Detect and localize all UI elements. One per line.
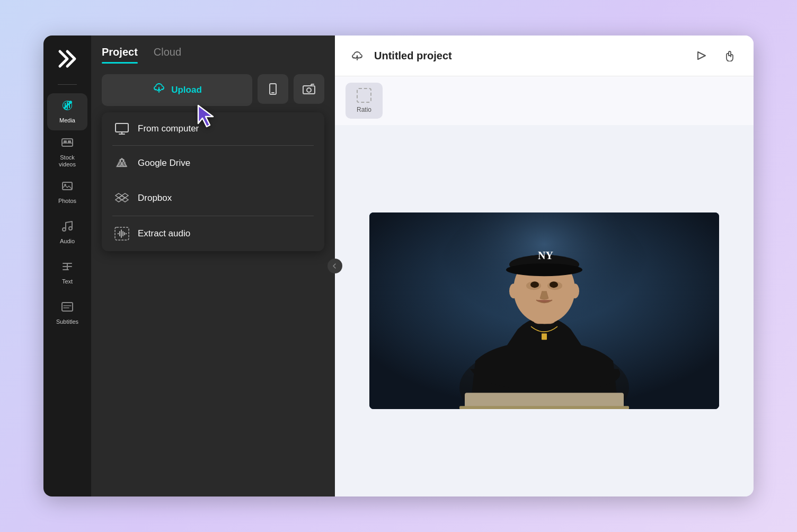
sidebar-photos-label: Photos <box>58 198 76 205</box>
google-drive-icon <box>114 156 129 170</box>
sidebar-divider <box>58 84 77 85</box>
upload-button[interactable]: Upload <box>102 74 252 106</box>
svg-rect-42 <box>459 406 629 409</box>
main-content: Untitled project Ratio <box>335 36 754 496</box>
computer-icon <box>114 123 129 135</box>
svg-rect-16 <box>116 123 128 132</box>
upload-dropdown: From computer <box>102 112 324 251</box>
svg-point-38 <box>506 263 582 276</box>
sidebar-item-photos[interactable]: Photos <box>47 174 87 211</box>
svg-rect-5 <box>63 182 72 190</box>
tab-cloud[interactable]: Cloud <box>154 46 181 64</box>
main-header: Untitled project <box>335 36 754 76</box>
panel-tabs: Project Cloud <box>91 36 335 64</box>
svg-point-35 <box>509 283 518 298</box>
svg-point-33 <box>530 281 539 288</box>
hand-tool-button[interactable] <box>720 45 741 66</box>
header-actions <box>690 45 741 66</box>
sidebar-item-text[interactable]: Text <box>47 254 87 291</box>
sidebar-item-media[interactable]: Media <box>47 93 87 130</box>
upload-cloud-icon <box>152 82 166 99</box>
project-title: Untitled project <box>374 50 452 62</box>
ratio-button[interactable]: Ratio <box>346 83 383 119</box>
photos-icon <box>61 180 74 196</box>
svg-rect-40 <box>542 333 547 340</box>
dropbox-label: Dropbox <box>138 193 172 203</box>
audio-icon <box>61 220 74 236</box>
sidebar-stock-videos-label: Stockvideos <box>59 154 76 168</box>
svg-point-7 <box>63 228 66 231</box>
sidebar-media-label: Media <box>59 117 75 124</box>
sidebar-text-label: Text <box>62 278 73 285</box>
from-computer-item[interactable]: From computer <box>102 112 324 145</box>
extract-audio-label: Extract audio <box>138 228 190 239</box>
upload-buttons-row: Upload <box>102 74 324 106</box>
video-thumbnail: NY <box>369 212 719 409</box>
dropbox-icon <box>114 191 129 205</box>
ratio-icon <box>357 88 371 103</box>
collapse-handle[interactable] <box>327 259 342 273</box>
sidebar: Media Stockvideos Photos <box>43 36 91 496</box>
text-icon <box>61 260 74 276</box>
google-drive-label: Google Drive <box>138 158 190 169</box>
sidebar-item-audio[interactable]: Audio <box>47 214 87 251</box>
extract-audio-item[interactable]: Extract audio <box>102 216 324 251</box>
header-left: Untitled project <box>348 46 452 65</box>
tab-project[interactable]: Project <box>102 46 138 64</box>
app-logo <box>55 46 80 72</box>
main-toolbar: Ratio <box>335 76 754 125</box>
google-drive-item[interactable]: Google Drive <box>102 146 324 181</box>
dropbox-item[interactable]: Dropbox <box>102 181 324 216</box>
sidebar-audio-label: Audio <box>60 238 75 245</box>
sidebar-subtitles-label: Subtitles <box>56 318 78 325</box>
media-icon <box>61 99 74 115</box>
svg-point-36 <box>571 283 579 298</box>
camera-button[interactable] <box>294 74 324 104</box>
panel-content: Upload <box>91 64 335 496</box>
subtitles-icon <box>61 300 74 316</box>
svg-point-34 <box>550 281 558 288</box>
stock-videos-icon <box>61 136 74 152</box>
play-button[interactable] <box>690 45 711 66</box>
video-preview: NY <box>369 212 719 409</box>
extract-audio-icon <box>114 227 129 241</box>
svg-text:NY: NY <box>538 250 553 261</box>
panel: Project Cloud Upload <box>91 36 335 496</box>
svg-point-8 <box>69 227 72 230</box>
ratio-label: Ratio <box>357 106 371 113</box>
from-computer-label: From computer <box>138 123 199 134</box>
video-preview-area: NY <box>335 125 754 496</box>
upload-label: Upload <box>171 85 202 95</box>
header-cloud-icon <box>348 46 367 65</box>
svg-point-15 <box>307 88 311 92</box>
sidebar-item-subtitles[interactable]: Subtitles <box>47 295 87 332</box>
svg-rect-9 <box>62 303 73 311</box>
app-container: Media Stockvideos Photos <box>43 36 754 496</box>
phone-button[interactable] <box>258 74 288 104</box>
sidebar-item-stock-videos[interactable]: Stockvideos <box>47 134 87 171</box>
